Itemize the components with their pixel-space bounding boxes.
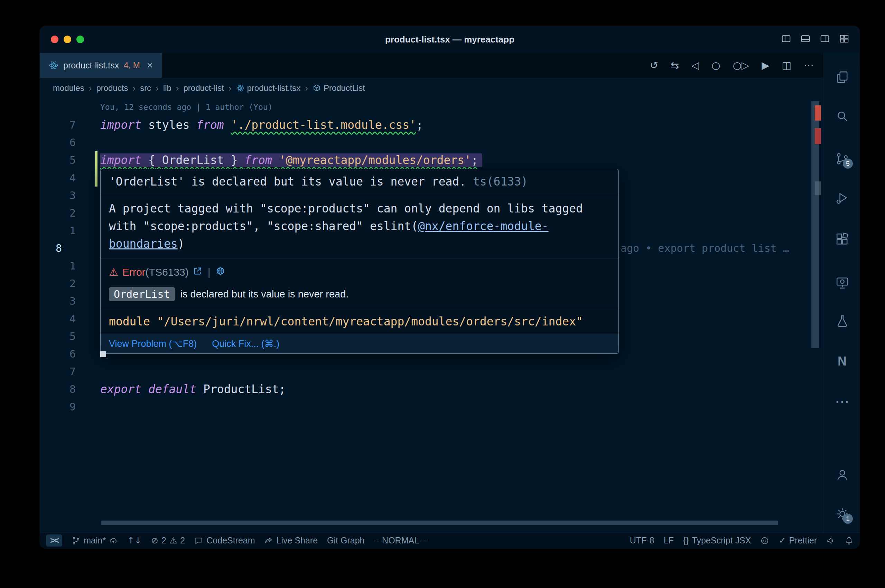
code-line-export-default: export default ProductList; (100, 380, 285, 398)
run-and-debug-icon[interactable] (834, 190, 850, 206)
tab-bar: product-list.tsx 4, M × ↺ ⇆ ◁ ○ ○▷ ▶ ◫ ⋯ (40, 53, 823, 78)
breadcrumb-product-list[interactable]: product-list (183, 83, 224, 93)
breadcrumb-lib[interactable]: lib (163, 83, 171, 93)
status-bar: >< main* ↑↓ ⊘ 2 ⚠ 2 CodeStream Live Shar… (40, 532, 860, 549)
identifier-orderlist: OrderList (162, 153, 224, 167)
remote-indicator[interactable]: >< (46, 534, 62, 546)
source-control-badge: 5 (843, 159, 853, 169)
next-change-icon[interactable]: ○▷ (733, 59, 750, 71)
git-branch-item[interactable]: main* (72, 536, 118, 546)
minimap-error-mark (815, 128, 821, 144)
line-number: 6 (40, 134, 76, 152)
error-lens-message: is declared but its value is never read. (180, 288, 349, 300)
line-number: 4 (40, 169, 76, 186)
module-path-string: "/Users/juri/nrwl/content/myreactapp/mod… (157, 315, 583, 328)
line-number: 3 (40, 186, 76, 204)
quick-fix-action[interactable]: Quick Fix... (⌘.) (212, 338, 279, 349)
breadcrumb-src[interactable]: src (140, 83, 151, 93)
git-graph-item[interactable]: Git Graph (327, 536, 364, 546)
accounts-icon[interactable] (834, 467, 850, 483)
gitlens-inline-blame: ago • export product list … (621, 239, 789, 257)
customize-layout-icon[interactable] (839, 33, 849, 45)
line-number: 1 (40, 222, 76, 239)
explorer-icon[interactable] (834, 69, 850, 85)
close-tab-icon[interactable]: × (147, 59, 153, 71)
breadcrumb-separator: › (176, 83, 179, 94)
toggle-panel-icon[interactable] (800, 33, 811, 45)
diagnostic-hover-popup: 'OrderList' is declared but its value is… (100, 169, 619, 354)
gitlens-codelens[interactable]: You, 12 seconds ago | 1 author (You) (100, 99, 273, 116)
vim-mode-indicator: -- NORMAL -- (374, 536, 427, 546)
error-code-label: (TS6133) (146, 266, 189, 278)
prettier-item[interactable]: ✓ Prettier (778, 536, 817, 546)
prettier-label: Prettier (789, 536, 817, 546)
live-share-item[interactable]: Live Share (264, 536, 318, 546)
hover-ts-diagnostic: 'OrderList' is declared but its value is… (101, 169, 619, 194)
nx-console-icon[interactable]: N (834, 353, 850, 369)
source-control-icon[interactable]: 5 (834, 151, 850, 166)
breadcrumb-symbol[interactable]: ProductList (313, 83, 365, 93)
view-problem-action[interactable]: View Problem (⌥F8) (109, 338, 197, 349)
codestream-label: CodeStream (206, 536, 255, 546)
warning-triangle-icon: ⚠ (109, 266, 118, 278)
announ​cement-icon[interactable] (826, 536, 835, 545)
ts-diagnostic-source: ts(6133) (473, 175, 528, 188)
code-editor[interactable]: 76543218123456789 You, 12 seconds ago | … (40, 99, 823, 532)
codestream-icon (194, 536, 203, 545)
line-number: 4 (40, 310, 76, 327)
live-share-icon (264, 536, 273, 545)
encoding-item[interactable]: UTF-8 (630, 536, 654, 546)
feedback-smiley-icon[interactable] (760, 536, 769, 545)
git-change-indicator (95, 152, 98, 186)
more-actions-icon[interactable]: ⋯ (804, 59, 814, 71)
testing-flask-icon[interactable] (834, 313, 850, 329)
settings-badge: 1 (843, 514, 853, 524)
tab-product-list[interactable]: product-list.tsx 4, M × (40, 53, 162, 78)
code-line-import-styles: import styles from './product-list.modul… (100, 116, 423, 134)
language-label: TypeScript JSX (692, 536, 751, 546)
breadcrumb-separator: › (89, 83, 92, 94)
toggle-sidebar-right-icon[interactable] (820, 33, 830, 45)
compare-branch-item[interactable]: ↑↓ (127, 536, 142, 546)
hover-module-info: module "/Users/juri/nrwl/content/myreact… (101, 309, 619, 334)
toggle-sidebar-left-icon[interactable] (781, 33, 791, 45)
breadcrumb-separator: › (305, 83, 308, 94)
warnings-icon: ⚠ (170, 536, 177, 546)
zoom-window-button[interactable] (77, 36, 84, 43)
open-external-icon[interactable] (193, 266, 202, 278)
codestream-item[interactable]: CodeStream (194, 536, 255, 546)
breadcrumb-modules[interactable]: modules (53, 83, 84, 93)
breadcrumb-file[interactable]: product-list.tsx (236, 83, 301, 93)
minimize-window-button[interactable] (64, 36, 71, 43)
line-number: 9 (40, 398, 76, 416)
search-icon[interactable] (834, 108, 850, 124)
keyword-from: from (244, 153, 272, 167)
problems-item[interactable]: ⊘ 2 ⚠ 2 (151, 536, 185, 546)
react-icon (236, 84, 244, 92)
timeline-history-icon[interactable]: ↺ (649, 59, 658, 71)
breadcrumb-products[interactable]: products (96, 83, 128, 93)
compare-changes-icon[interactable]: ⇆ (671, 59, 679, 71)
close-window-button[interactable] (51, 36, 59, 43)
line-number: 3 (40, 292, 76, 310)
language-mode-item[interactable]: {} TypeScript JSX (683, 536, 751, 546)
punctuation: ; (471, 153, 478, 167)
horizontal-scrollbar[interactable] (101, 520, 778, 525)
title-bar: product-list.tsx — myreactapp (40, 26, 860, 53)
extensions-icon[interactable] (834, 231, 850, 248)
split-editor-icon[interactable]: ◫ (782, 59, 791, 71)
globe-icon[interactable] (216, 266, 225, 278)
live-share-label: Live Share (276, 536, 318, 546)
remote-explorer-icon[interactable] (834, 274, 850, 291)
hover-resize-handle[interactable] (100, 351, 106, 357)
code-line-import-orderlist: import { OrderList } from '@myreactapp/m… (100, 152, 482, 169)
previous-change-icon[interactable]: ○ (711, 59, 720, 71)
notifications-bell-icon[interactable] (844, 536, 853, 545)
additional-views-icon[interactable]: ⋯ (834, 393, 850, 410)
settings-gear-icon[interactable]: 1 (834, 506, 850, 522)
open-changes-icon[interactable]: ◁ (691, 59, 699, 71)
breadcrumb-separator: › (228, 83, 231, 94)
run-file-icon[interactable]: ▶ (762, 59, 769, 71)
line-number: 7 (40, 116, 76, 134)
eol-item[interactable]: LF (664, 536, 674, 546)
